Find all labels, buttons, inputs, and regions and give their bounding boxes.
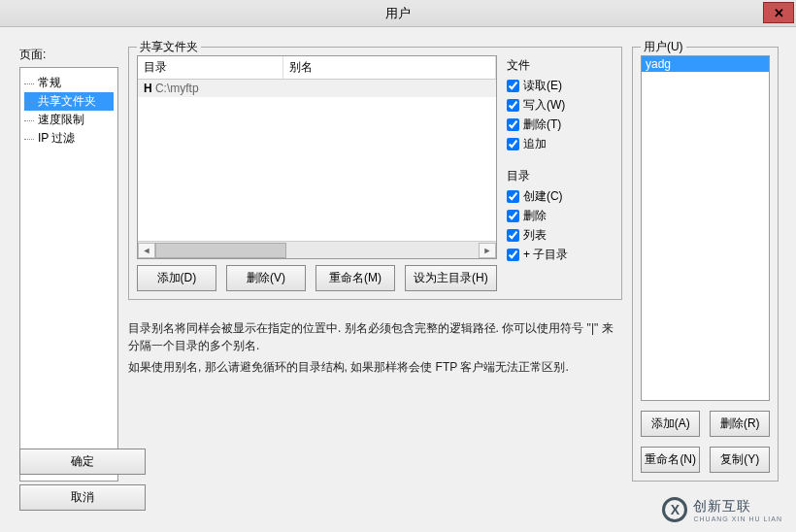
user-item[interactable]: yadg	[642, 56, 769, 72]
dialog-buttons: 确定 取消	[19, 449, 146, 511]
alias-description-2: 如果使用别名, 那么请避免循环的目录结构, 如果那样将会使 FTP 客户端无法正…	[128, 358, 622, 376]
add-user-button[interactable]: 添加(A)	[641, 411, 701, 437]
rename-dir-button[interactable]: 重命名(M)	[315, 265, 395, 291]
scroll-thumb[interactable]	[155, 243, 286, 258]
scroll-track[interactable]	[155, 243, 479, 258]
titlebar: 用户 ✕	[0, 0, 796, 27]
remove-dir-button[interactable]: 删除(V)	[226, 265, 306, 291]
users-list[interactable]: yadg	[641, 55, 770, 401]
directory-path: C:\myftp	[155, 82, 199, 95]
checkbox-subdirs[interactable]	[507, 249, 519, 261]
content: 页面: 常规 共享文件夹 速度限制 IP 过滤 共享文件夹 目录 别名 H	[0, 27, 796, 493]
home-indicator: H	[144, 82, 155, 95]
checkbox-read[interactable]	[507, 80, 519, 92]
shared-folders-panel: 共享文件夹 目录 别名 H C:\myftp ◄	[128, 47, 622, 482]
perm-dir-create[interactable]: 创建(C)	[507, 188, 614, 205]
add-dir-button[interactable]: 添加(D)	[137, 265, 216, 291]
checkbox-list[interactable]	[507, 229, 519, 242]
tree-item-shared-folders[interactable]: 共享文件夹	[24, 92, 114, 111]
perm-dir-list[interactable]: 列表	[507, 227, 614, 244]
checkbox-append[interactable]	[507, 138, 519, 150]
scroll-left-icon[interactable]: ◄	[138, 243, 155, 258]
directory-buttons: 添加(D) 删除(V) 重命名(M) 设为主目录(H)	[137, 265, 497, 291]
col-header-directory[interactable]: 目录	[138, 56, 283, 79]
users-group: 用户(U) yadg 添加(A) 删除(R) 重命名(N) 复制(Y)	[632, 47, 779, 482]
perm-file-append[interactable]: 追加	[507, 136, 614, 152]
brand-subtext: CHUANG XIN HU LIAN	[693, 515, 782, 522]
col-header-alias[interactable]: 别名	[283, 56, 496, 79]
pages-tree[interactable]: 常规 共享文件夹 速度限制 IP 过滤	[19, 67, 118, 482]
checkbox-create[interactable]	[507, 190, 519, 203]
set-home-dir-button[interactable]: 设为主目录(H)	[405, 265, 497, 291]
close-button[interactable]: ✕	[763, 2, 794, 23]
perm-dir-subdirs[interactable]: + 子目录	[507, 247, 614, 263]
directory-list-header: 目录 别名	[138, 56, 496, 80]
users-panel: 用户(U) yadg 添加(A) 删除(R) 重命名(N) 复制(Y)	[632, 47, 779, 482]
dir-perms-label: 目录	[507, 168, 614, 184]
shared-folders-title: 共享文件夹	[137, 39, 201, 55]
pages-label: 页面:	[19, 47, 118, 63]
brand-logo: X 创新互联 CHUANG XIN HU LIAN	[662, 497, 782, 522]
scroll-right-icon[interactable]: ►	[479, 243, 496, 258]
checkbox-write[interactable]	[507, 99, 519, 112]
checkbox-delete[interactable]	[507, 118, 519, 131]
perm-file-delete[interactable]: 删除(T)	[507, 116, 614, 133]
user-buttons: 添加(A) 删除(R) 重命名(N) 复制(Y)	[641, 411, 770, 473]
users-title: 用户(U)	[641, 39, 686, 55]
perm-file-read[interactable]: 读取(E)	[507, 78, 614, 94]
directory-list[interactable]: 目录 别名 H C:\myftp ◄ ►	[137, 55, 497, 259]
ok-button[interactable]: 确定	[19, 449, 146, 475]
alias-description-1: 目录别名将同样会被显示在指定的位置中. 别名必须包含完整的逻辑路径. 你可以使用…	[128, 319, 622, 354]
shared-folders-group: 共享文件夹 目录 别名 H C:\myftp ◄	[128, 47, 622, 300]
perm-file-write[interactable]: 写入(W)	[507, 97, 614, 114]
file-perms-label: 文件	[507, 57, 614, 74]
remove-user-button[interactable]: 删除(R)	[710, 411, 770, 437]
brand-text: 创新互联	[693, 498, 751, 514]
permissions-column: 文件 读取(E) 写入(W) 删除(T) 追加 目录 创建(C) 删除 列表 +…	[507, 55, 614, 291]
tree-item-ip-filter[interactable]: IP 过滤	[24, 129, 114, 148]
pages-panel: 页面: 常规 共享文件夹 速度限制 IP 过滤	[19, 47, 118, 482]
tree-item-general[interactable]: 常规	[24, 74, 114, 92]
perm-dir-delete[interactable]: 删除	[507, 208, 614, 224]
copy-user-button[interactable]: 复制(Y)	[710, 447, 770, 473]
directory-row[interactable]: H C:\myftp	[138, 80, 496, 97]
rename-user-button[interactable]: 重命名(N)	[641, 447, 701, 473]
brand-icon: X	[662, 497, 687, 522]
cancel-button[interactable]: 取消	[19, 484, 146, 511]
window-title: 用户	[385, 5, 411, 22]
checkbox-dir-delete[interactable]	[507, 210, 519, 222]
tree-item-speed-limits[interactable]: 速度限制	[24, 111, 114, 129]
horizontal-scrollbar[interactable]: ◄ ►	[138, 241, 496, 258]
